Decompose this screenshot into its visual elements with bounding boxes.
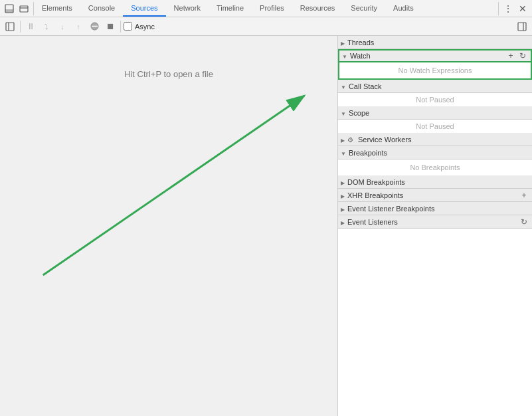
settings-icon[interactable]: ✕ bbox=[516, 2, 529, 15]
breakpoints-chevron-icon bbox=[341, 149, 346, 157]
tab-resources[interactable]: Resources bbox=[292, 0, 343, 17]
left-panel: Hit Ctrl+P to open a file bbox=[0, 36, 338, 416]
watch-chevron-icon bbox=[342, 52, 347, 60]
xhr-breakpoints-title: XHR Breakpoints bbox=[347, 191, 516, 199]
deactivate-breakpoints-button[interactable] bbox=[87, 19, 102, 34]
devtools-tabbar: Elements Console Sources Network Timelin… bbox=[0, 0, 532, 17]
separator-2 bbox=[120, 21, 121, 33]
watch-refresh-button[interactable]: ↻ bbox=[517, 51, 528, 61]
dom-breakpoints-title: DOM Breakpoints bbox=[347, 178, 529, 186]
event-listener-breakpoints-section-header[interactable]: Event Listener Breakpoints bbox=[338, 202, 532, 215]
scope-chevron-icon bbox=[341, 109, 346, 117]
event-listener-breakpoints-title: Event Listener Breakpoints bbox=[347, 205, 529, 213]
service-workers-section-header[interactable]: Service Workers bbox=[338, 133, 532, 146]
watch-content: No Watch Expressions bbox=[338, 62, 532, 80]
sources-left-panel-toggle[interactable] bbox=[3, 19, 17, 34]
xhr-breakpoints-actions: + bbox=[519, 190, 529, 201]
watch-actions: + ↻ bbox=[505, 51, 528, 61]
toolbar-right: ⋮ ✕ bbox=[498, 2, 532, 15]
xhr-breakpoints-add-button[interactable]: + bbox=[519, 190, 529, 201]
tab-sources[interactable]: Sources bbox=[123, 0, 165, 17]
step-into-button[interactable]: ↓ bbox=[55, 19, 70, 34]
call-stack-title: Call Stack bbox=[349, 82, 529, 90]
tab-elements[interactable]: Elements bbox=[34, 0, 80, 17]
step-out-button[interactable]: ↑ bbox=[71, 19, 86, 34]
tab-profiles[interactable]: Profiles bbox=[252, 0, 292, 17]
service-workers-gear-icon bbox=[347, 136, 353, 144]
scope-content: Not Paused bbox=[338, 120, 532, 133]
breakpoints-section-header[interactable]: Breakpoints bbox=[338, 146, 532, 159]
breakpoints-content: No Breakpoints bbox=[338, 159, 532, 175]
svg-rect-4 bbox=[6, 23, 14, 31]
undock-icon[interactable] bbox=[17, 2, 31, 15]
dom-breakpoints-chevron-icon bbox=[341, 178, 345, 186]
tab-network[interactable]: Network bbox=[166, 0, 209, 17]
main-tabs: Elements Console Sources Network Timelin… bbox=[34, 0, 498, 17]
svg-rect-8 bbox=[518, 23, 526, 31]
event-listeners-refresh-button[interactable]: ↻ bbox=[519, 217, 529, 227]
watch-add-button[interactable]: + bbox=[505, 51, 516, 61]
breakpoints-empty-message: No Breakpoints bbox=[338, 159, 532, 175]
threads-chevron-icon bbox=[341, 39, 345, 47]
event-listeners-actions: ↻ bbox=[519, 217, 529, 227]
event-listeners-title: Event Listeners bbox=[347, 218, 516, 226]
separator-1 bbox=[20, 21, 21, 33]
call-stack-chevron-icon bbox=[341, 82, 346, 90]
event-listeners-chevron-icon bbox=[341, 218, 345, 226]
watch-title: Watch bbox=[350, 52, 503, 60]
tab-security[interactable]: Security bbox=[343, 0, 385, 17]
call-stack-content: Not Paused bbox=[338, 93, 532, 106]
scope-status: Not Paused bbox=[338, 120, 532, 133]
step-over-button[interactable]: ⤵ bbox=[39, 19, 54, 34]
tab-console[interactable]: Console bbox=[80, 0, 123, 17]
event-listeners-section-header[interactable]: Event Listeners ↻ bbox=[338, 215, 532, 229]
right-panel: Threads Watch + ↻ No Watch Expressions C… bbox=[338, 36, 532, 416]
async-checkbox-label[interactable]: Async bbox=[124, 22, 155, 31]
watch-empty-message: No Watch Expressions bbox=[339, 62, 531, 78]
svg-rect-2 bbox=[20, 6, 28, 12]
tab-timeline[interactable]: Timeline bbox=[209, 0, 252, 17]
watch-section-header[interactable]: Watch + ↻ bbox=[338, 49, 532, 62]
devtools-icons-left bbox=[0, 2, 34, 15]
tab-audits[interactable]: Audits bbox=[385, 0, 422, 17]
async-label: Async bbox=[135, 23, 155, 31]
call-stack-status: Not Paused bbox=[338, 93, 532, 106]
pause-button[interactable]: ⏸ bbox=[23, 19, 38, 34]
pause-on-exceptions-button[interactable]: ⏹ bbox=[103, 19, 118, 34]
sources-toolbar: ⏸ ⤵ ↓ ↑ ⏹ Async bbox=[0, 17, 532, 36]
arrow-decoration bbox=[0, 36, 337, 416]
xhr-breakpoints-section-header[interactable]: XHR Breakpoints + bbox=[338, 189, 532, 202]
svg-line-11 bbox=[43, 96, 304, 275]
dom-breakpoints-section-header[interactable]: DOM Breakpoints bbox=[338, 175, 532, 189]
sources-right-panel-toggle[interactable] bbox=[515, 19, 529, 34]
threads-title: Threads bbox=[347, 39, 529, 47]
xhr-breakpoints-chevron-icon bbox=[341, 191, 345, 199]
threads-section-header[interactable]: Threads bbox=[338, 36, 532, 49]
breakpoints-title: Breakpoints bbox=[349, 149, 529, 157]
svg-rect-1 bbox=[5, 9, 13, 13]
async-checkbox-input[interactable] bbox=[124, 22, 132, 31]
scope-section-header[interactable]: Scope bbox=[338, 106, 532, 120]
dock-icon[interactable] bbox=[3, 2, 16, 15]
more-options-button[interactable]: ⋮ bbox=[501, 2, 515, 15]
call-stack-section-header[interactable]: Call Stack bbox=[338, 80, 532, 93]
event-listener-breakpoints-chevron-icon bbox=[341, 205, 345, 213]
open-file-hint: Hit Ctrl+P to open a file bbox=[124, 69, 213, 79]
service-workers-title: Service Workers bbox=[358, 136, 529, 144]
service-workers-chevron-icon bbox=[341, 136, 345, 144]
scope-title: Scope bbox=[349, 109, 529, 117]
main-layout: Hit Ctrl+P to open a file Threads Watch … bbox=[0, 36, 532, 416]
